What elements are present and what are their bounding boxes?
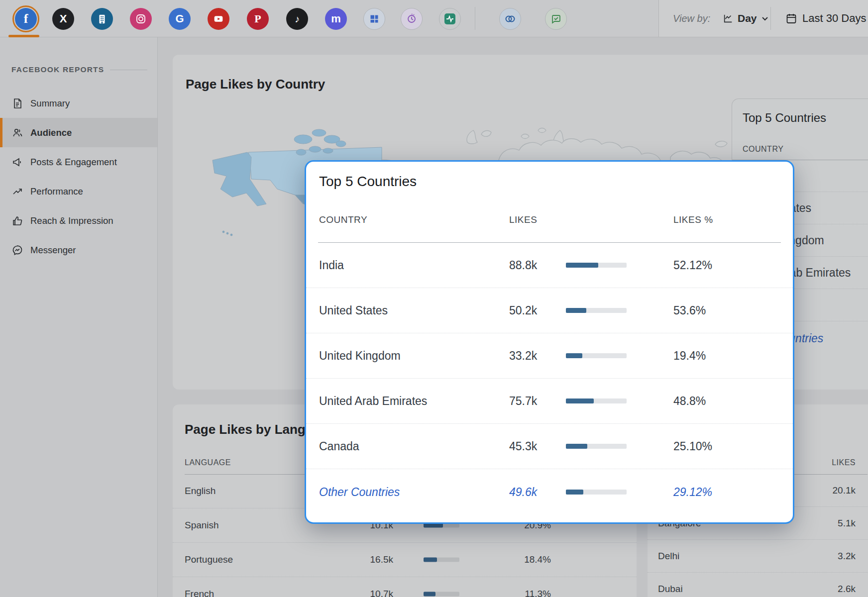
trend-icon <box>11 186 23 198</box>
table-row-united-states: United States 50.2k 53.6% <box>306 288 793 333</box>
sidebar-section-header: FACEBOOK REPORTS <box>11 65 147 74</box>
facebook-glyph: f <box>24 11 28 26</box>
timer-channel-icon[interactable] <box>401 8 423 30</box>
sidebar-item-label: Performance <box>30 186 83 197</box>
topbar-divider <box>658 0 659 37</box>
likes-cell: 88.8k <box>509 259 537 272</box>
likes-bar <box>424 558 459 562</box>
likes-bar <box>566 490 627 495</box>
instagram-camera-icon <box>135 13 147 25</box>
modal-table-rows: India 88.8k 52.12% United States 50.2k 5… <box>306 243 793 514</box>
instagram-channel-icon[interactable] <box>130 8 152 30</box>
country-cell: India <box>319 259 344 272</box>
table-row: French 10.7k 11.3% <box>173 577 637 597</box>
likes-cell: 49.6k <box>509 485 537 498</box>
facebook-channel-icon[interactable]: f <box>15 8 37 30</box>
google-channel-icon[interactable]: G <box>169 8 191 30</box>
percent-cell: 25.10% <box>673 440 712 453</box>
language-cell: Spanish <box>185 520 219 531</box>
rings-icon <box>504 12 517 25</box>
pinterest-glyph: P <box>254 12 261 25</box>
table-row: Delhi 3.2k <box>648 540 868 573</box>
sidebar-item-label: Messenger <box>30 245 76 256</box>
sidebar-item-label: Reach & Impression <box>30 215 113 226</box>
top-5-countries-modal: Top 5 Countries COUNTRY LIKES LIKES % In… <box>305 160 794 524</box>
zoho-green-chat-channel-icon[interactable] <box>545 8 567 30</box>
date-range-value: Last 30 Days <box>802 12 866 25</box>
health-pulse-channel-icon[interactable] <box>439 8 461 30</box>
other-countries-link[interactable]: Other Countries <box>319 485 400 498</box>
facebook-reports-audience-page: { "topbar": { "channels": [ {"name": "fa… <box>0 0 868 597</box>
percent-cell: 11.3% <box>501 589 551 597</box>
sidebar-item-label: Posts & Engagement <box>30 157 117 168</box>
date-range-selector[interactable]: Last 30 Days <box>785 0 866 37</box>
view-by-day-selector[interactable]: Day <box>723 0 769 37</box>
sidebar-item-summary[interactable]: Summary <box>0 89 157 118</box>
table-row-canada: Canada 45.3k 25.10% <box>306 424 793 469</box>
thumbs-up-icon <box>11 215 23 227</box>
likes-cell: 16.5k <box>342 554 393 565</box>
zoho-crm-channel-icon[interactable] <box>499 8 521 30</box>
mastodon-channel-icon[interactable]: m <box>325 8 347 30</box>
country-cell: United Arab Emirates <box>319 395 427 408</box>
grid-icon <box>369 14 379 24</box>
likes-bar <box>566 308 627 313</box>
view-by-value: Day <box>738 12 757 24</box>
top-channel-bar: f X G P ♪ m View by: Day Last 30 Days <box>0 0 868 37</box>
reports-sidebar: FACEBOOK REPORTS Summary Audience Posts … <box>0 37 158 597</box>
company-building-channel-icon[interactable] <box>91 8 113 30</box>
x-twitter-channel-icon[interactable]: X <box>52 8 74 30</box>
x-glyph: X <box>60 12 67 25</box>
widgets-grid-channel-icon[interactable] <box>363 8 385 30</box>
people-icon <box>11 127 23 139</box>
megaphone-icon <box>11 156 23 168</box>
building-icon <box>97 13 108 24</box>
likes-cell: 3.2k <box>795 551 856 562</box>
tiktok-glyph: ♪ <box>295 13 300 25</box>
topbar-divider <box>475 7 475 30</box>
likes-bar <box>424 592 459 597</box>
sidebar-item-messenger[interactable]: Messenger <box>0 235 157 265</box>
sidebar-section-title: FACEBOOK REPORTS <box>11 65 104 74</box>
language-cell: French <box>185 589 214 597</box>
table-row-india: India 88.8k 52.12% <box>306 243 793 288</box>
pulse-icon <box>442 11 457 26</box>
youtube-channel-icon[interactable] <box>208 8 229 30</box>
table-row: Portuguese 16.5k 18.4% <box>173 543 637 577</box>
percent-cell: 19.4% <box>673 349 706 363</box>
sidebar-item-reach-impression[interactable]: Reach & Impression <box>0 206 157 235</box>
topbar-divider <box>770 7 771 30</box>
mastodon-glyph: m <box>331 12 341 25</box>
sidebar-item-audience[interactable]: Audience <box>0 118 157 147</box>
side-panel-title: Top 5 Countries <box>743 111 826 125</box>
table-row-united-kingdom: United Kingdom 33.2k 19.4% <box>306 333 793 379</box>
likes-bar <box>566 444 627 449</box>
sidebar-item-performance[interactable]: Performance <box>0 177 157 206</box>
likes-cell: 45.3k <box>509 440 537 453</box>
likes-cell: 5.1k <box>795 518 856 529</box>
document-icon <box>11 98 23 109</box>
country-column-header: COUNTRY <box>319 214 367 225</box>
sidebar-item-posts-engagement[interactable]: Posts & Engagement <box>0 147 157 177</box>
view-by-label: View by: <box>673 0 710 37</box>
tiktok-channel-icon[interactable]: ♪ <box>286 8 308 30</box>
likes-pct-column-header: LIKES % <box>673 214 713 225</box>
section-divider-line <box>110 70 147 70</box>
facebook-active-underline <box>8 35 39 37</box>
percent-cell: 52.12% <box>673 259 712 272</box>
language-column-header: LANGUAGE <box>185 458 231 467</box>
sidebar-item-label: Summary <box>30 98 70 109</box>
sidebar-items: Summary Audience Posts & Engagement Perf… <box>0 89 157 265</box>
language-cell: Portuguese <box>185 554 233 565</box>
chart-line-icon <box>723 13 734 24</box>
chevron-down-icon <box>761 14 769 22</box>
calendar-icon <box>785 12 797 24</box>
country-cell: United Kingdom <box>319 349 401 363</box>
table-row-other-countries: Other Countries 49.6k 29.12% <box>306 469 793 514</box>
likes-cell: 10.7k <box>342 589 393 597</box>
likes-column-header: LIKES <box>795 458 856 467</box>
likes-bar <box>566 263 627 268</box>
pinterest-channel-icon[interactable]: P <box>247 8 269 30</box>
percent-cell: 53.6% <box>673 304 706 317</box>
city-cell: Delhi <box>658 551 679 562</box>
